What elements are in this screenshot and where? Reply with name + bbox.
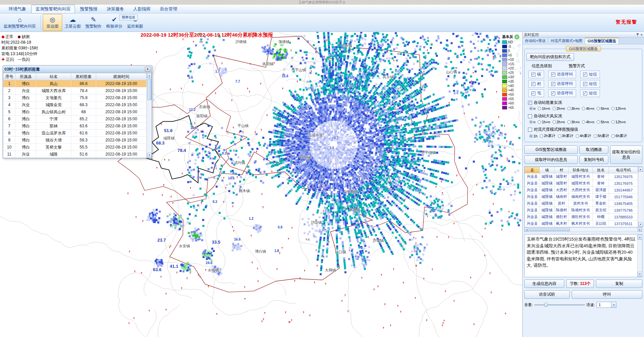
rain-table-header[interactable]: 累积雨量 [71,73,96,80]
toolbar-button[interactable]: ◎雷达图 [43,14,62,31]
scroll-down-icon[interactable]: ▼ [147,153,152,158]
option-radio[interactable]: 1h+n [538,107,550,111]
generate-message-button[interactable]: 生成信息内容 [524,280,564,288]
sms-checkbox[interactable]: 短信 [580,89,600,97]
option-radio[interactable]: 2h累计 [540,133,555,138]
option-radio[interactable]: 3h累计 [558,133,573,138]
option-radio[interactable]: 1h [529,134,537,138]
rain-table-row[interactable]: 6博白宁潭65.22022-08-19 15:00 [3,116,147,123]
rain-table-header[interactable]: 所属县 [15,73,36,80]
menu-item[interactable]: 监测预警靶向叫应 [31,5,75,13]
option-radio[interactable]: 2h+n [553,120,565,124]
voice-preview-button[interactable]: 语音试听 [524,290,570,299]
right-panel-tab[interactable]: GIS预警区域圈选 [585,38,619,44]
scrollbar-thumb[interactable] [530,228,570,231]
close-icon[interactable]: × [641,33,643,37]
extract-sms-contacts-button[interactable]: 提取发短信的信息员 [610,145,642,164]
auto-rain-checkbox[interactable]: 自动站雨量实况 [528,100,640,106]
contact-table-header[interactable]: 姓名 [593,167,609,173]
model-rain-checkbox[interactable]: 对流尺度模式降雨预报值 [528,127,640,132]
voice-call-checkbox[interactable]: 语音呼叫 [548,71,576,78]
copy-numbers-button[interactable]: 复制叫号码 [579,156,608,164]
option-radio[interactable]: 5h+n [597,107,609,111]
menu-item[interactable]: 人影指挥 [129,5,155,13]
contact-table-row[interactable]: 兴业县城隍镇城隍村城隍村支书黄铸135176975 [525,173,638,180]
contact-table-hscrollbar[interactable]: ◄ ► [524,227,642,232]
volume-slider[interactable] [534,303,585,307]
right-panel-tab[interactable]: 自动站+雷达 [523,38,548,44]
rain-table-scrollbar[interactable]: ▲ ▼ [147,73,152,158]
rain-table-header[interactable]: 序号 [3,73,15,80]
scroll-down-icon[interactable]: ▼ [638,222,643,227]
rain-table-header[interactable]: 观测时间 [96,73,147,80]
toolbar-button[interactable]: ☁卫星云图 [62,14,83,31]
level-checkbox[interactable]: 镇 [528,71,544,78]
copy-message-button[interactable]: 复制 [596,280,642,288]
rain-table-row[interactable]: 7博白那林63.62022-08-19 15:00 [3,123,147,130]
contact-table-row[interactable]: 兴业县城隍镇陈塘村陈塘村支书莫文绍139775796 [525,207,638,214]
option-radio[interactable]: 6h累计 [611,133,627,138]
slider-thumb[interactable] [544,303,547,307]
sms-checkbox[interactable]: 短信 [580,71,600,78]
contact-table-row[interactable]: 兴业县城隍镇大西村大西村支书梁泽建130144957 [525,187,638,194]
gis-select-button[interactable]: GIS预警区域圈选 [524,145,578,154]
speed-select[interactable]: 1 ▼ [597,302,616,308]
contact-table-row[interactable]: 兴业县城隍镇莫村莫村支书覃金乾134575405 [525,200,638,207]
rain-table-row[interactable]: 10博白英桥文黎55.52022-08-19 15:00 [3,144,147,151]
scroll-up-icon[interactable]: ▲ [638,235,642,240]
menu-item[interactable]: 后台管理 [156,5,181,13]
option-radio[interactable]: 4h+n [582,107,594,111]
rain-table-row[interactable]: 11兴业城隍51.62022-08-19 15:00 [3,151,147,158]
contact-table-header[interactable]: 村 [555,167,569,173]
level-checkbox[interactable]: 村 [528,80,544,88]
rain-table-row[interactable]: 5博白凤山镇凤山村682022-08-19 15:00 [3,109,147,116]
extract-call-contacts-button[interactable]: 提取呼叫的信息员 [524,156,578,164]
contact-table-vscrollbar[interactable]: ▲ ▼ [638,167,643,227]
voice-call-checkbox[interactable]: 语音呼叫 [548,89,576,97]
option-radio[interactable]: n [529,120,535,124]
right-panel-tab[interactable]: 对流尺度模式+地图 [548,38,585,44]
scroll-up-icon[interactable]: ▲ [147,73,152,78]
option-radio[interactable]: 1h+n [538,120,550,124]
menu-item[interactable]: 环境气象 [5,5,30,13]
option-radio[interactable]: 12h+n [611,120,626,124]
target-call-mode-button[interactable]: 靶向叫应的级别和方式 [526,53,574,61]
level-checkbox[interactable]: 屯 [528,89,544,97]
scroll-up-icon[interactable]: ▲ [638,167,643,172]
rain-table-row[interactable]: 4兴业城隍金党68.32022-08-19 15:00 [3,101,147,109]
option-radio[interactable]: 4h累计 [576,133,591,138]
legend-zoom-button[interactable] [515,35,519,39]
contact-table-row[interactable]: 兴业县城隍镇塘肚村塘肚村支书钟榴137885533 [525,214,638,220]
cancel-select-button[interactable]: 取消圈选 [579,145,608,154]
message-vscrollbar[interactable]: ▲ ▼ [637,235,642,277]
sms-checkbox[interactable]: 短信 [580,80,600,88]
rain-table-row[interactable]: 3博白文地姜先75.82022-08-19 15:00 [3,94,147,101]
close-icon[interactable]: × [145,67,150,72]
scroll-right-icon[interactable]: ► [638,228,642,231]
rain-table-header[interactable]: 站名 [36,73,71,80]
contact-table-row[interactable]: 兴业县城隍镇枫木村枫木村支书吴以悦137375511 [525,220,638,227]
menu-item[interactable]: 决策服务 [103,5,128,13]
toolbar-button[interactable]: ✎预警制作 [83,14,104,31]
warning-message-textarea[interactable]: 玉林市气象台19日5时15分发布暴雨橙色预警信号, 4时以来兴业县城隍大西水库已… [524,234,642,277]
option-radio[interactable]: 12h+n [611,107,626,111]
rain-table-row[interactable]: 2兴业城隍大西水库78.42022-08-19 15:00 [3,87,147,94]
scroll-down-icon[interactable]: ▼ [638,272,642,277]
scrollbar-thumb[interactable] [147,79,152,100]
rain-window-titlebar[interactable]: 03时~15时累积雨量 × [3,66,152,73]
auto-wind-checkbox[interactable]: 自动站大风实况 [528,113,640,119]
option-radio[interactable]: 5h累计 [594,133,609,138]
menu-item[interactable]: 预警预报 [76,5,102,13]
rain-table-row[interactable]: 9博白顿谷大塘59.32022-08-19 15:00 [3,137,147,144]
scroll-left-icon[interactable]: ◄ [525,228,529,231]
option-radio[interactable]: 2h+n [553,107,565,111]
pin-icon[interactable] [636,33,639,37]
contact-table-header[interactable]: 县 [525,167,540,173]
option-radio[interactable]: 4h+n [582,120,594,124]
contact-table-header[interactable]: 镇 [540,167,555,173]
rain-table-row[interactable]: 8博白亚山温罗水库61.62022-08-19 15:00 [3,130,147,137]
rain-table-row[interactable]: 1博白凤山86.62022-08-19 15:00 [3,80,147,87]
toolbar-button[interactable]: ⌂监测预警靶向叫应 [1,14,38,31]
voice-call-checkbox[interactable]: 语音呼叫 [548,80,576,88]
option-radio[interactable]: 5h+n [597,120,609,124]
